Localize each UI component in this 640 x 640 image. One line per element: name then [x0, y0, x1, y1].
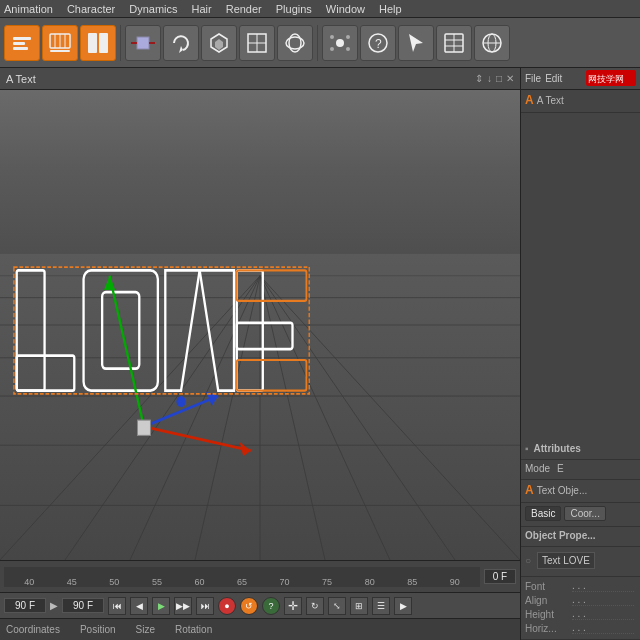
rotation-label: Rotation	[175, 624, 212, 635]
font-label: Font	[525, 581, 570, 592]
tool-particles[interactable]	[322, 25, 358, 61]
main-layout: A Text ⇕ ↓ □ ✕	[0, 68, 640, 640]
svg-rect-69	[137, 420, 150, 435]
extra-btn2[interactable]: ☰	[372, 597, 390, 615]
rpanel-file-btn[interactable]: File	[525, 73, 541, 84]
align-label: Align	[525, 595, 570, 606]
tool-help[interactable]: ?	[360, 25, 396, 61]
text-object-label: Text Obje...	[537, 485, 588, 496]
rpanel-edit-btn[interactable]: Edit	[545, 73, 562, 84]
prev-frame-btn[interactable]: ◀	[130, 597, 148, 615]
menu-hair[interactable]: Hair	[192, 3, 212, 15]
svg-rect-8	[88, 33, 97, 53]
tool-table[interactable]	[436, 25, 472, 61]
ruler-80: 80	[348, 577, 391, 587]
svg-point-22	[330, 35, 334, 39]
rpanel-attributes: ▪ Attributes	[521, 440, 640, 460]
scale-icon[interactable]: ⤡	[328, 597, 346, 615]
svg-point-23	[346, 35, 350, 39]
tool-object[interactable]	[125, 25, 161, 61]
tool-cursor[interactable]	[398, 25, 434, 61]
ruler-50: 50	[93, 577, 136, 587]
text-icon: A	[525, 93, 534, 107]
next-frame-btn[interactable]: ▶▶	[174, 597, 192, 615]
object-props-label: Object Prope...	[525, 530, 636, 541]
align-field: Align . . .	[525, 594, 636, 606]
menu-animation[interactable]: Animation	[4, 3, 53, 15]
attributes-label: Attributes	[534, 443, 581, 454]
rpanel-text-label-section: A A Text	[521, 90, 640, 113]
rpanel-spacer	[521, 113, 640, 440]
font-field: Font . . .	[525, 580, 636, 592]
play-btn[interactable]: ▶	[152, 597, 170, 615]
rotate-icon[interactable]: ↻	[306, 597, 324, 615]
tool-deform[interactable]	[277, 25, 313, 61]
menu-window[interactable]: Window	[326, 3, 365, 15]
menu-plugins[interactable]: Plugins	[276, 3, 312, 15]
vp-icon-close[interactable]: ✕	[506, 73, 514, 84]
coordinates-label: Coordinates	[6, 624, 60, 635]
frame-end-field[interactable]: 90 F	[62, 598, 104, 613]
svg-rect-10	[137, 37, 149, 49]
viewport-header-icons: ⇕ ↓ □ ✕	[475, 73, 514, 84]
object-name-field[interactable]: Text LOVE	[537, 552, 595, 569]
horiz-field: Horiz... . . .	[525, 622, 636, 634]
menu-character[interactable]: Character	[67, 3, 115, 15]
extra-btn1[interactable]: ⊞	[350, 597, 368, 615]
frame-label-f1: ▶	[50, 600, 58, 611]
height-field: Height . . .	[525, 608, 636, 620]
tool-record[interactable]	[80, 25, 116, 61]
tab-coord[interactable]: Coor...	[564, 506, 605, 521]
menu-render[interactable]: Render	[226, 3, 262, 15]
obj-name-row: ○ Text LOVE	[525, 550, 636, 571]
align-dots: . . .	[572, 594, 634, 606]
ruler-65: 65	[221, 577, 264, 587]
height-dots: . . .	[572, 608, 634, 620]
svg-rect-7	[50, 50, 70, 52]
loop-icon[interactable]: ↺	[240, 597, 258, 615]
record-icon[interactable]: ●	[218, 597, 236, 615]
extra-btn3[interactable]: ▶	[394, 597, 412, 615]
tool-timeline[interactable]	[42, 25, 78, 61]
goto-start-btn[interactable]: ⏮	[108, 597, 126, 615]
toolbar-separator-2	[317, 25, 318, 61]
rpanel-tabs-section: Basic Coor...	[521, 503, 640, 527]
tool-mode[interactable]	[4, 25, 40, 61]
tool-polygon[interactable]	[201, 25, 237, 61]
vp-icon-down[interactable]: ↓	[487, 73, 492, 84]
right-panel: File Edit 网技学网 A A Text ▪ Attributes	[520, 68, 640, 640]
svg-point-25	[346, 47, 350, 51]
rpanel-text-row: A A Text	[525, 93, 636, 107]
tool-subdivide[interactable]	[239, 25, 275, 61]
ruler-85: 85	[391, 577, 434, 587]
ruler-60: 60	[178, 577, 221, 587]
goto-end-btn[interactable]: ⏭	[196, 597, 214, 615]
tool-rotate[interactable]	[163, 25, 199, 61]
svg-marker-13	[179, 46, 183, 53]
ruler-55: 55	[136, 577, 179, 587]
vp-icon-restore[interactable]: □	[496, 73, 502, 84]
question-icon[interactable]: ?	[262, 597, 280, 615]
height-label: Height	[525, 609, 570, 620]
svg-point-21	[336, 39, 344, 47]
rpanel-mode-row: Mode E	[525, 463, 636, 474]
frame-start-field[interactable]: 90 F	[4, 598, 46, 613]
timeline-area: 40 45 50 55 60 65 70 75 80 85 90 0 F	[0, 560, 520, 592]
mode-label: Mode	[525, 463, 550, 474]
vp-icon-arrows[interactable]: ⇕	[475, 73, 483, 84]
menu-help[interactable]: Help	[379, 3, 402, 15]
move-icon[interactable]: ✛	[284, 597, 302, 615]
ruler-40: 40	[8, 577, 51, 587]
bottom-controls: 90 F ▶ 90 F ⏮ ◀ ▶ ▶▶ ⏭ ● ↺ ? ✛ ↻ ⤡ ⊞ ☰ ▶	[0, 592, 520, 618]
svg-rect-0	[13, 37, 31, 40]
tab-basic[interactable]: Basic	[525, 506, 561, 521]
svg-text:?: ?	[375, 37, 382, 51]
ruler-90: 90	[433, 577, 476, 587]
font-dots: . . .	[572, 580, 634, 592]
menu-dynamics[interactable]: Dynamics	[129, 3, 177, 15]
rpanel-tabs-row: Basic Coor...	[525, 506, 636, 521]
tool-globe[interactable]	[474, 25, 510, 61]
ruler-45: 45	[51, 577, 94, 587]
viewport-3d[interactable]	[0, 90, 520, 560]
viewport-label: A Text	[6, 73, 36, 85]
